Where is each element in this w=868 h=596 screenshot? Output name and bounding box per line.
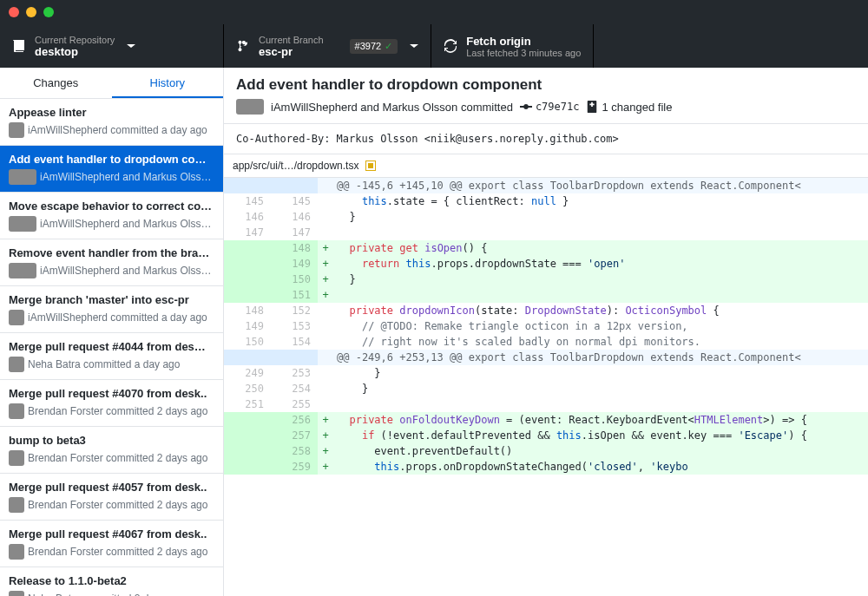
- diff-marker: [318, 178, 333, 193]
- avatar-stack: [9, 169, 36, 185]
- file-path: app/src/ui/t…/dropdown.tsx: [233, 160, 358, 172]
- avatar-stack: [9, 263, 36, 278]
- branch-dropdown[interactable]: Current Branch esc-pr #3972 ✓: [224, 24, 431, 68]
- diff-line: 257+ if (!event.defaultPrevented && this…: [224, 428, 868, 443]
- old-line-number: 251: [224, 396, 271, 412]
- diff-line: 150154 // right now it's scaled badly on…: [224, 334, 868, 350]
- diff-code: private dropdownIcon(state: DropdownStat…: [333, 303, 868, 318]
- new-line-number: 153: [271, 318, 318, 334]
- diff-marker: [318, 193, 333, 209]
- diff-line: 249253 }: [224, 365, 868, 381]
- avatar: [21, 263, 36, 278]
- diff-code: private onFoldoutKeyDown = (event: React…: [333, 412, 868, 428]
- avatar: [9, 310, 24, 325]
- new-line-number: 146: [271, 209, 318, 225]
- diff-code: }: [333, 272, 868, 287]
- diff-code: this.props.onDropdownStateChanged('close…: [333, 459, 868, 475]
- file-path-bar[interactable]: app/src/ui/t…/dropdown.tsx: [224, 154, 868, 178]
- window-close-button[interactable]: [9, 7, 19, 17]
- new-line-number: 259: [271, 459, 318, 475]
- fetch-label: Fetch origin: [466, 35, 581, 48]
- new-line-number: 151: [271, 287, 318, 303]
- window-maximize-button[interactable]: [43, 7, 54, 17]
- tab-changes[interactable]: Changes: [0, 68, 112, 98]
- commit-history-list[interactable]: Appease linteriAmWillShepherd committed …: [0, 99, 223, 596]
- chevron-down-icon: [410, 42, 418, 50]
- diff-line: 258+ event.preventDefault(): [224, 443, 868, 459]
- avatar: [21, 169, 36, 185]
- repository-dropdown[interactable]: Current Repository desktop: [0, 24, 224, 68]
- old-line-number: [224, 459, 271, 475]
- diff-line: 145145 this.state = { clientRect: null }: [224, 193, 868, 209]
- old-line-number: 249: [224, 365, 271, 381]
- diff-line: 149+ return this.props.dropdownState ===…: [224, 256, 868, 272]
- branch-label: Current Branch: [259, 35, 324, 45]
- new-line-number: 147: [271, 225, 318, 240]
- avatar-stack: [9, 216, 36, 232]
- old-line-number: [224, 178, 271, 193]
- diff-icon: [586, 101, 598, 113]
- commit-item-title: Release to 1.1.0-beta2: [9, 574, 214, 587]
- check-icon: ✓: [385, 41, 392, 52]
- diff-marker: +: [318, 240, 333, 256]
- repo-name: desktop: [35, 45, 115, 58]
- commit-list-item[interactable]: Merge pull request #4070 from desk..Bren…: [0, 380, 223, 427]
- commit-header: Add event handler to dropdown component …: [224, 68, 868, 124]
- commit-list-item[interactable]: Merge pull request #4057 from desk..Bren…: [0, 474, 223, 521]
- commit-list-item[interactable]: Appease linteriAmWillShepherd committed …: [0, 99, 223, 146]
- diff-code: private get isOpen() {: [333, 240, 868, 256]
- diff-code: [333, 396, 868, 412]
- commit-list-item[interactable]: Merge branch 'master' into esc-priAmWill…: [0, 286, 223, 333]
- window-minimize-button[interactable]: [26, 7, 36, 17]
- repo-icon: [12, 39, 26, 53]
- avatar: [9, 450, 24, 466]
- commit-list-item[interactable]: Merge pull request #4044 from des…Neha B…: [0, 333, 223, 380]
- old-line-number: 250: [224, 381, 271, 396]
- changed-files[interactable]: 1 changed file: [586, 101, 672, 114]
- fetch-button[interactable]: Fetch origin Last fetched 3 minutes ago: [431, 24, 594, 68]
- commit-detail: Add event handler to dropdown component …: [224, 68, 868, 596]
- commit-list-item[interactable]: Release to 1.1.0-beta2Neha Batra committ…: [0, 567, 223, 596]
- new-line-number: 149: [271, 256, 318, 272]
- new-line-number: 258: [271, 443, 318, 459]
- commit-item-byline: iAmWillShepherd committed a day ago: [28, 311, 207, 324]
- commit-list-item[interactable]: Add event handler to dropdown com…iAmWil…: [0, 146, 223, 193]
- commit-item-title: Move escape behavior to correct co…: [9, 200, 214, 213]
- commit-authors: iAmWillShepherd and Markus Olsson commit…: [271, 101, 513, 114]
- commit-item-title: Merge branch 'master' into esc-pr: [9, 293, 214, 306]
- avatar: [9, 122, 24, 138]
- diff-marker: +: [318, 428, 333, 443]
- commit-list-item[interactable]: Merge pull request #4067 from desk..Bren…: [0, 521, 223, 567]
- commit-list-item[interactable]: Move escape behavior to correct co…iAmWi…: [0, 193, 223, 239]
- commit-sha[interactable]: c79e71c: [520, 101, 580, 113]
- modified-icon: [365, 160, 376, 171]
- diff-view[interactable]: @@ -145,6 +145,10 @@ export class Toolba…: [224, 178, 868, 596]
- old-line-number: [224, 428, 271, 443]
- branch-name: esc-pr: [259, 45, 324, 58]
- commit-list-item[interactable]: bump to beta3Brendan Forster committed 2…: [0, 427, 223, 474]
- avatar-stack: [9, 450, 24, 466]
- diff-marker: [318, 225, 333, 240]
- diff-marker: [318, 350, 333, 365]
- tab-history[interactable]: History: [112, 68, 224, 98]
- new-line-number: 253: [271, 365, 318, 381]
- diff-line: 151+: [224, 287, 868, 303]
- new-line-number: 152: [271, 303, 318, 318]
- diff-line: @@ -249,6 +253,13 @@ export class Toolba…: [224, 350, 868, 365]
- old-line-number: [224, 256, 271, 272]
- old-line-number: 148: [224, 303, 271, 318]
- diff-code: }: [333, 381, 868, 396]
- diff-line: 146146 }: [224, 209, 868, 225]
- avatar-stack: [9, 544, 24, 560]
- commit-item-title: Appease linter: [9, 106, 214, 119]
- commit-list-item[interactable]: Remove event handler from the bran…iAmWi…: [0, 239, 223, 286]
- diff-code: if (!event.defaultPrevented && this.isOp…: [333, 428, 868, 443]
- avatar-stack: [9, 403, 24, 419]
- sync-icon: [444, 39, 457, 53]
- commit-item-byline: Neha Batra committed 2 days ago: [28, 593, 185, 596]
- author-avatars: [236, 99, 264, 115]
- new-line-number: 150: [271, 272, 318, 287]
- diff-line: 147147: [224, 225, 868, 240]
- new-line-number: [271, 350, 318, 365]
- diff-marker: [318, 303, 333, 318]
